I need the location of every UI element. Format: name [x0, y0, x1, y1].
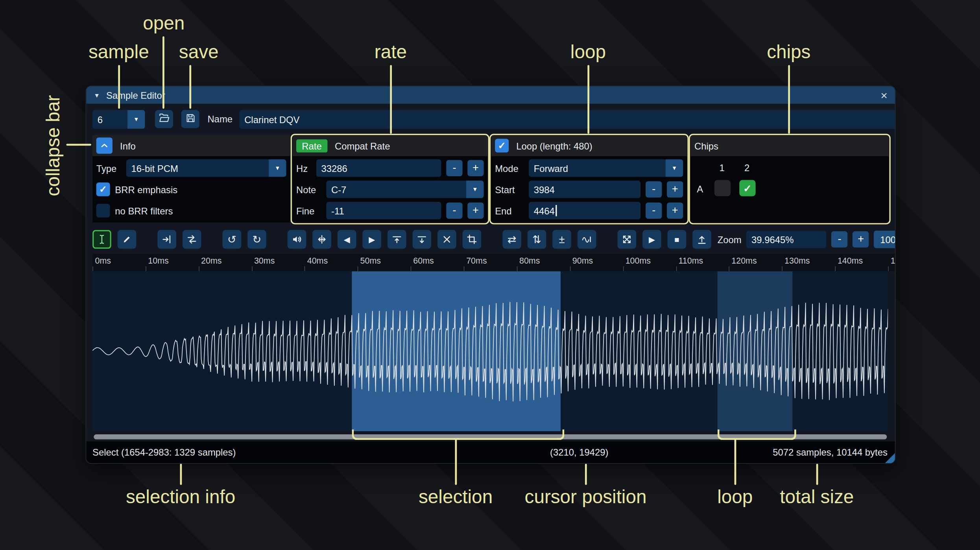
window-resize-grip[interactable] — [885, 453, 895, 463]
fine-input[interactable]: -11 — [326, 202, 441, 219]
filter-button[interactable] — [578, 230, 596, 249]
chip-column-2: 2 — [744, 162, 749, 173]
preview-button[interactable]: ▶ — [642, 230, 661, 249]
dropdown-arrow-icon[interactable]: ▼ — [269, 159, 286, 177]
annotation-total-size: total size — [780, 486, 854, 508]
time-ruler[interactable]: 0ms10ms20ms30ms40ms50ms60ms70ms80ms90ms1… — [92, 254, 895, 271]
floppy-icon — [185, 112, 196, 126]
annotation-line — [66, 144, 91, 146]
crossfade-button[interactable] — [618, 230, 637, 249]
fade-out-button[interactable]: ▶ — [362, 230, 381, 249]
trim-button[interactable] — [463, 230, 482, 249]
hz-increment-button[interactable]: + — [467, 160, 484, 176]
loop-checkbox[interactable]: ✓ — [495, 139, 509, 153]
undo-button[interactable]: ↺ — [223, 230, 242, 249]
ruler-label: 10ms — [148, 256, 168, 266]
zoom-label: Zoom — [718, 234, 742, 245]
sign-invert-button[interactable]: ± — [552, 230, 571, 249]
speaker-icon — [291, 234, 303, 245]
window-title: Sample Editor — [106, 90, 165, 100]
save-button[interactable] — [181, 110, 199, 128]
fade-in-button[interactable]: ◀ — [338, 230, 356, 249]
reverse-button[interactable]: ⇄ — [502, 230, 521, 249]
resize-icon — [161, 234, 173, 245]
play-icon: ▶ — [649, 235, 655, 244]
annotation-selection: selection — [419, 486, 493, 508]
chip-a1-checkbox[interactable] — [714, 180, 731, 196]
type-selector[interactable]: 16-bit PCM ▼ — [126, 159, 286, 177]
ruler-label: 90ms — [572, 256, 593, 266]
ruler-label: 20ms — [201, 256, 221, 266]
delete-button[interactable] — [437, 230, 456, 249]
loop-start-increment-button[interactable]: + — [667, 181, 683, 197]
apply-silence-button[interactable] — [412, 230, 431, 249]
invert-button[interactable]: ⇅ — [528, 230, 546, 249]
hz-decrement-button[interactable]: - — [446, 160, 462, 176]
horizontal-scrollbar[interactable] — [92, 434, 888, 440]
dropdown-arrow-icon[interactable]: ▼ — [127, 110, 145, 129]
annotation-rate: rate — [375, 41, 407, 63]
no-brr-filters-label: no BRR filters — [115, 205, 173, 216]
ruler-tick — [146, 266, 146, 271]
loop-start-input[interactable]: 3984 — [529, 181, 640, 198]
draw-tool-button[interactable] — [118, 230, 137, 249]
pencil-icon — [122, 234, 132, 244]
loop-end-decrement-button[interactable]: - — [646, 203, 662, 219]
upload-icon — [696, 234, 708, 245]
chip-a2-checkbox[interactable]: ✓ — [739, 180, 755, 196]
zoom-out-button[interactable]: - — [831, 231, 847, 247]
brr-emphasis-checkbox[interactable]: ✓ — [96, 183, 110, 196]
no-brr-filters-checkbox[interactable] — [96, 204, 110, 218]
open-button[interactable] — [155, 110, 173, 128]
hz-input[interactable]: 33286 — [316, 159, 441, 177]
dropdown-arrow-icon[interactable]: ▼ — [466, 181, 484, 198]
normalize-button[interactable] — [312, 230, 331, 249]
dropdown-arrow-icon[interactable]: ▼ — [666, 159, 683, 177]
annotation-chips: chips — [767, 41, 810, 63]
zoom-input[interactable]: 39.9645% — [746, 231, 826, 248]
loop-end-increment-button[interactable]: + — [667, 203, 683, 219]
note-selector[interactable]: C-7 ▼ — [326, 181, 484, 198]
sample-selector[interactable]: 6 ▼ — [92, 110, 145, 129]
ruler-label: 60ms — [413, 256, 434, 266]
ruler-tick — [729, 266, 730, 271]
ruler-tick — [411, 266, 412, 271]
reverse-icon: ⇄ — [508, 234, 517, 245]
ruler-label: 30ms — [254, 256, 275, 266]
annotation-line — [180, 464, 182, 485]
loop-end-input[interactable]: 4464 — [529, 202, 640, 219]
waveform — [92, 271, 888, 431]
select-tool-button[interactable] — [92, 230, 111, 249]
fine-decrement-button[interactable]: - — [446, 203, 462, 219]
loop-start-decrement-button[interactable]: - — [646, 181, 662, 197]
check-icon: ✓ — [743, 182, 751, 194]
window-collapse-icon[interactable]: ▼ — [94, 92, 100, 98]
collapse-button[interactable] — [96, 137, 113, 153]
ibeam-icon — [96, 234, 108, 245]
zoom-in-button[interactable]: + — [853, 231, 869, 247]
name-input[interactable]: Clarinet DQV — [239, 110, 895, 129]
amplify-button[interactable] — [288, 230, 306, 249]
resize-button[interactable] — [157, 230, 176, 249]
resample-button[interactable] — [183, 230, 201, 249]
chip-row-a: A — [697, 184, 703, 194]
close-icon[interactable]: × — [880, 89, 888, 101]
brr-emphasis-label: BRR emphasis — [115, 184, 177, 195]
resample-icon — [186, 234, 197, 245]
reset-zoom-button[interactable]: 100% — [874, 231, 895, 248]
info-header: Info — [120, 140, 136, 151]
redo-button[interactable]: ↻ — [247, 230, 266, 249]
type-label: Type — [96, 163, 122, 173]
stop-button[interactable]: ■ — [668, 230, 687, 249]
rate-tag[interactable]: Rate — [296, 139, 327, 152]
annotation-sample: sample — [89, 41, 149, 63]
insert-silence-button[interactable] — [388, 230, 406, 249]
scrollbar-thumb[interactable] — [94, 434, 887, 439]
upload-button[interactable] — [692, 230, 711, 249]
loop-mode-selector[interactable]: Forward ▼ — [529, 159, 683, 177]
plus-minus-icon: ± — [559, 234, 565, 245]
fine-increment-button[interactable]: + — [467, 203, 484, 219]
ruler-tick — [570, 266, 570, 271]
window-titlebar[interactable]: ▼ Sample Editor × — [86, 86, 895, 103]
waveform-view[interactable] — [92, 271, 888, 431]
